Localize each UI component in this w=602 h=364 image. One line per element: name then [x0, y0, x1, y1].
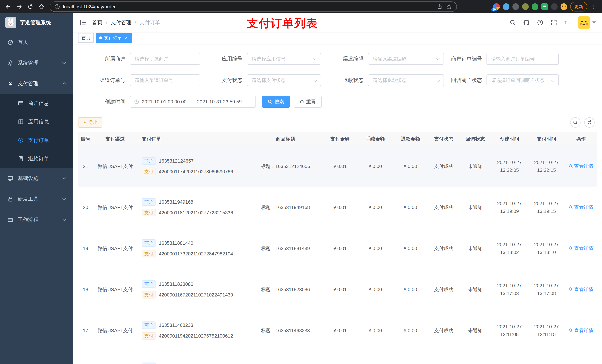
merchant-no: 1635311949168 [159, 199, 193, 205]
screen: localhost:1024/pay/order 10 更新 [0, 0, 602, 364]
sidebar-logo[interactable]: 芋道管理系统 [0, 13, 73, 32]
channel-order-input[interactable] [130, 74, 200, 86]
col-pay-time: 支付时间 [528, 132, 565, 146]
col-notify: 回调状态 [460, 132, 491, 146]
notify-status-select[interactable] [486, 74, 559, 86]
cell-notify: 未通知 [460, 146, 491, 187]
cell-refund: ¥ 0.00 [393, 310, 428, 351]
caret-down-icon [592, 21, 596, 24]
navbar-actions: ? TT [509, 16, 596, 29]
sidebar-item-infra[interactable]: 基础设施 [0, 168, 73, 189]
merchant-order-input[interactable] [486, 53, 559, 65]
cell-title: 标题：1635312124656 [248, 146, 322, 187]
refund-status-select[interactable] [368, 74, 444, 86]
breadcrumb: 首页 / 支付管理 / 支付订单 [92, 19, 160, 26]
tag-pay-order[interactable]: 支付订单 [96, 33, 132, 43]
channel-code-select[interactable] [368, 53, 444, 65]
top-navbar: 首页 / 支付管理 / 支付订单 支付订单列表 ? [73, 13, 602, 32]
url-bar[interactable]: localhost:1024/pay/order [50, 1, 457, 12]
browser-toolbar: localhost:1024/pay/order 10 更新 [0, 0, 602, 13]
sidebar-item-label: 退款订单 [28, 155, 49, 162]
cell-pay-time [528, 351, 565, 364]
cell-pay-time: 2021-10-2713:11:15 [528, 310, 565, 351]
merchant-tag: 商户 [142, 363, 156, 364]
forward-icon[interactable] [14, 1, 24, 12]
extension-chat-icon[interactable] [541, 3, 548, 10]
filter-row-3: 创建时间 2021-10-01 00:00:00 - 2021-10-31 23… [78, 96, 597, 108]
merchant-no: 1635311857186 [159, 364, 193, 364]
search-icon[interactable] [509, 19, 516, 26]
cell-fee: ¥ 0.00 [358, 187, 393, 228]
site-info-icon[interactable] [54, 4, 60, 10]
extension-green-icon[interactable] [532, 3, 538, 10]
back-icon[interactable] [3, 1, 13, 12]
search-button[interactable]: 搜索 [262, 96, 290, 108]
merchant-input[interactable] [130, 53, 200, 65]
search-icon [569, 164, 573, 168]
date-start-value: 2021-10-01 00:00:00 [142, 99, 186, 105]
sidebar-item-workflow[interactable]: 工作流程 [0, 209, 73, 230]
sidebar-item-home[interactable]: 首页 [0, 32, 73, 52]
avatar [578, 16, 590, 29]
view-detail-link[interactable]: 查看详情 [569, 163, 593, 169]
cell-fee [358, 351, 393, 364]
sidebar-item-dev-tools[interactable]: 研发工具 [0, 189, 73, 209]
breadcrumb-section[interactable]: 支付管理 [111, 19, 131, 26]
extension-face-icon[interactable] [560, 3, 567, 10]
github-icon[interactable] [523, 19, 530, 26]
tag-home[interactable]: 首页 [78, 33, 94, 43]
sidebar-item-label: 首页 [18, 39, 28, 46]
search-icon [569, 205, 573, 209]
close-icon[interactable] [124, 35, 129, 41]
app-select[interactable] [247, 53, 321, 65]
extension-badge: 10 [491, 8, 497, 11]
user-menu[interactable] [578, 16, 596, 29]
notify-status-field [486, 74, 559, 86]
sidebar-item-refund-order[interactable]: 退款订单 [0, 149, 73, 168]
tags-view-bar: 首页 支付订单 [73, 32, 602, 44]
merchant-tag: 商户 [142, 322, 156, 329]
export-button[interactable]: 导出 [78, 117, 102, 128]
view-detail-link[interactable]: 查看详情 [569, 327, 593, 334]
home-icon[interactable] [36, 1, 47, 12]
refresh-table-icon[interactable] [584, 117, 595, 128]
merchant-order-label: 商户订单编号 [444, 55, 486, 62]
breadcrumb-current: 支付订单 [140, 19, 160, 26]
cell-title: 标题：1635311468233 [248, 310, 322, 351]
bookmark-star-icon[interactable] [446, 4, 452, 10]
reload-icon[interactable] [25, 1, 35, 12]
view-detail-link[interactable]: 查看详情 [569, 286, 593, 293]
sidebar-item-app-info[interactable]: 应用信息 [0, 113, 73, 131]
reset-button[interactable]: 重置 [294, 96, 322, 108]
extension-olive-icon[interactable] [522, 3, 529, 10]
font-size-icon[interactable]: TT [564, 19, 571, 26]
sidebar-item-label: 研发工具 [18, 196, 39, 203]
date-range-picker[interactable]: 2021-10-01 00:00:00 - 2021-10-31 23:59:5… [130, 96, 256, 108]
cell-fee: ¥ 0.00 [358, 310, 393, 351]
breadcrumb-home[interactable]: 首页 [92, 19, 103, 26]
view-detail-link[interactable]: 查看详情 [569, 204, 593, 210]
fullscreen-icon[interactable] [550, 19, 558, 26]
sidebar-item-pay-order[interactable]: 支付订单 [0, 131, 73, 149]
cell-status: 支付成功 [428, 310, 460, 351]
sidebar-toggle-icon[interactable] [79, 19, 87, 27]
extension-dark-icon[interactable] [512, 3, 519, 10]
sidebar-item-merchant-info[interactable]: 商户信息 [0, 94, 73, 113]
view-detail-link[interactable]: 查看详情 [569, 245, 593, 251]
cell-action: 查看详情 [565, 310, 597, 351]
sidebar-item-pay[interactable]: 支付管理 [0, 73, 73, 94]
extension-drop-icon[interactable] [503, 3, 509, 10]
pay-no: 4200001194202110276752100612 [159, 333, 233, 339]
show-search-icon[interactable] [570, 117, 580, 128]
lock-icon [7, 196, 13, 202]
extension-pin-icon[interactable] [551, 3, 558, 10]
table-row: 21 微信 JSAPI 支付 商户1635312124657 支付4200001… [78, 146, 597, 187]
extension-pinwheel-icon[interactable]: 10 [493, 3, 500, 10]
browser-update-button[interactable]: 更新 [570, 2, 587, 11]
share-icon[interactable] [437, 4, 442, 10]
help-icon[interactable]: ? [537, 19, 544, 26]
refund-status-label: 退款状态 [321, 77, 368, 84]
browser-menu-icon[interactable] [590, 4, 598, 10]
sidebar-item-system[interactable]: 系统管理 [0, 52, 73, 73]
pay-status-select[interactable] [247, 74, 321, 86]
